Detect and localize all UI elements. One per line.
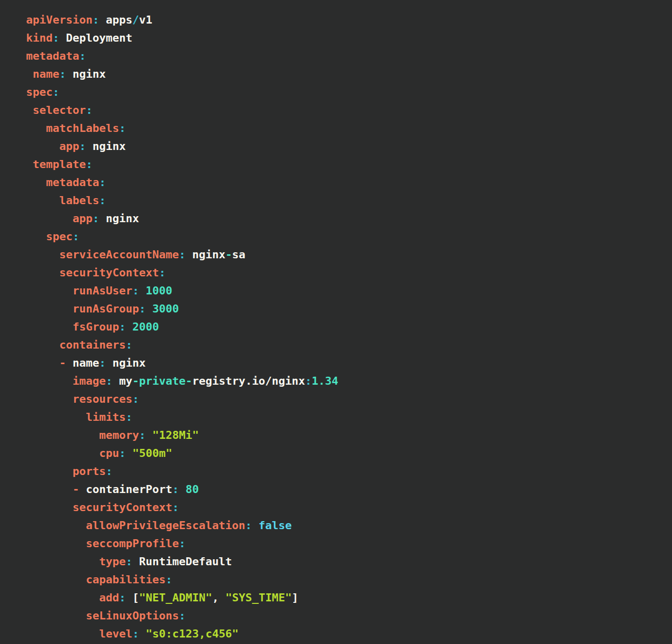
token-text: RuntimeDefault — [132, 555, 232, 568]
token-punct: / — [132, 14, 139, 26]
token-str: "NET_ADMIN" — [139, 591, 212, 604]
token-num: 3000 — [145, 302, 179, 315]
indent-whitespace — [26, 429, 99, 441]
token-punct: : — [132, 284, 139, 297]
indent-whitespace — [26, 302, 73, 315]
code-line: cpu: "500m" — [26, 444, 672, 462]
token-text: my — [112, 375, 132, 387]
indent-whitespace — [26, 339, 59, 351]
token-num: - — [225, 248, 232, 261]
token-text: nginx — [99, 212, 139, 225]
token-key: app — [73, 212, 93, 225]
token-punct: : — [179, 248, 186, 261]
code-line: add: ["NET_ADMIN", "SYS_TIME"] — [26, 589, 672, 607]
token-punct: : — [245, 519, 252, 532]
code-line: spec: — [26, 83, 672, 101]
token-key: apiVersion — [26, 14, 92, 26]
code-line: kind: Deployment — [26, 29, 672, 47]
token-punct: : — [132, 393, 139, 405]
token-key: securityContext — [73, 501, 173, 514]
indent-whitespace — [26, 230, 46, 243]
indent-whitespace — [26, 68, 33, 80]
indent-whitespace — [26, 609, 86, 622]
token-text: nginx — [66, 68, 105, 80]
token-str: "500m" — [126, 447, 173, 459]
token-punct: : — [79, 50, 86, 62]
code-line: app: nginx — [26, 210, 672, 228]
token-bool: false — [252, 519, 291, 532]
token-text: nginx — [186, 248, 225, 261]
token-key: type — [99, 555, 126, 568]
token-str: "s0:c123,c456" — [139, 627, 239, 640]
token-text: sa — [232, 248, 246, 261]
indent-whitespace — [26, 393, 73, 405]
token-punct: : — [126, 339, 132, 351]
token-punct: : — [86, 158, 92, 171]
code-line: ports: — [26, 462, 672, 480]
indent-whitespace — [26, 104, 33, 116]
token-punct: : — [53, 32, 59, 44]
token-punct: : — [106, 465, 112, 477]
indent-whitespace — [26, 140, 59, 152]
token-key: limits — [86, 411, 125, 423]
token-punct: : — [119, 591, 125, 604]
token-punct: : — [53, 86, 59, 98]
indent-whitespace — [26, 284, 73, 297]
code-line: metadata: — [26, 47, 672, 65]
token-str: "SYS_TIME" — [225, 591, 291, 604]
token-punct: : — [172, 483, 179, 496]
indent-whitespace — [26, 411, 86, 423]
token-key: allowPrivilegeEscalation — [86, 519, 245, 532]
code-line: level: "s0:c123,c456" — [26, 625, 672, 643]
token-key: add — [99, 591, 119, 604]
token-text: containerPort — [79, 483, 172, 496]
token-num: 1000 — [139, 284, 172, 297]
code-line: runAsUser: 1000 — [26, 282, 672, 300]
token-key: name — [33, 68, 59, 80]
token-punct: : — [139, 302, 145, 315]
token-punct: : — [126, 411, 132, 423]
token-key: serviceAccountName — [59, 248, 179, 261]
code-line: runAsGroup: 3000 — [26, 300, 672, 318]
code-line: resources: — [26, 390, 672, 408]
indent-whitespace — [26, 519, 86, 532]
code-line: - containerPort: 80 — [26, 480, 672, 499]
token-punct: : — [86, 104, 92, 116]
code-line: seccompProfile: — [26, 535, 672, 553]
indent-whitespace — [26, 176, 46, 189]
token-key: runAsUser — [73, 284, 132, 297]
token-punct: : — [179, 537, 186, 550]
token-punct: : — [119, 320, 125, 333]
token-punct: : — [159, 266, 165, 279]
token-punct: : — [119, 122, 125, 134]
code-line: name: nginx — [26, 65, 672, 83]
token-key: memory — [99, 429, 139, 441]
code-line: template: — [26, 155, 672, 174]
code-line: spec: — [26, 228, 672, 246]
code-line: app: nginx — [26, 137, 672, 155]
token-key: seLinuxOptions — [86, 609, 179, 622]
token-punct: : — [73, 230, 79, 243]
code-line: seLinuxOptions: — [26, 607, 672, 625]
indent-whitespace — [26, 501, 73, 514]
token-key: matchLabels — [46, 122, 119, 134]
token-num: 1.34 — [312, 375, 339, 387]
token-key: spec — [46, 230, 73, 243]
token-punct: : — [165, 573, 172, 586]
token-text: [ — [126, 591, 139, 604]
code-line: capabilities: — [26, 571, 672, 589]
indent-whitespace — [26, 357, 59, 369]
token-text: apps — [99, 14, 132, 26]
code-line: metadata: — [26, 174, 672, 192]
token-str: "128Mi" — [145, 429, 199, 441]
token-punct: : — [99, 357, 106, 369]
token-text: Deployment — [59, 32, 132, 44]
yaml-code-view: apiVersion: apps/v1kind: Deploymentmetad… — [0, 0, 672, 643]
code-line: allowPrivilegeEscalation: false — [26, 517, 672, 535]
token-key: metadata — [46, 176, 99, 189]
token-text: name — [66, 357, 99, 369]
token-punct: : — [305, 375, 311, 387]
indent-whitespace — [26, 591, 99, 604]
indent-whitespace — [26, 483, 73, 496]
token-dash: - — [59, 357, 66, 369]
